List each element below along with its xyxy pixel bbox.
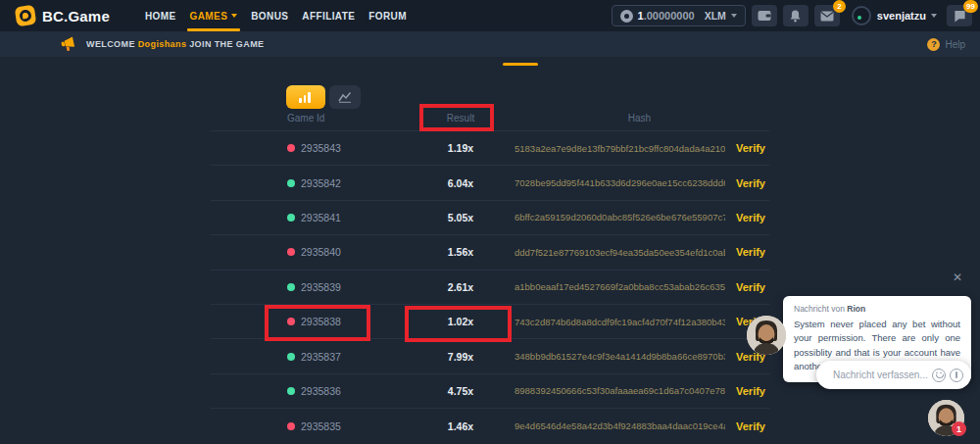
user-avatar <box>852 6 871 25</box>
username: svenjatzu <box>877 10 926 22</box>
column-header-game-id: Game Id <box>211 113 412 123</box>
balance-fraction: .00000000 <box>644 10 695 22</box>
active-tab-indicator <box>503 63 538 66</box>
table-row: 2935837 7.99x 348bb9db61527e4c9f3e4a1414… <box>211 339 769 373</box>
brand-logo-icon <box>15 5 37 27</box>
game-id: 2935843 <box>301 142 341 154</box>
table-row: 2935842 6.04x 7028be95dd95f441b633d6d296… <box>211 166 769 200</box>
coin-icon <box>620 10 633 23</box>
help-label: Help <box>945 39 965 50</box>
emoji-icon[interactable] <box>932 369 946 382</box>
result-value: 1.46x <box>412 420 510 432</box>
table-row: 2935840 1.56x ddd7f521e87769103ecf94ea35… <box>211 235 769 270</box>
user-menu[interactable]: svenjatzu <box>852 6 937 25</box>
wallet-button[interactable] <box>752 5 777 26</box>
status-dot <box>287 283 295 291</box>
result-value: 6.04x <box>412 177 510 189</box>
chat-badge: 99 <box>963 0 978 13</box>
messages-badge: 2 <box>833 0 846 13</box>
table-row: 2935839 2.61x a1bb0eaaf17ed4527669f2a0bb… <box>211 271 769 305</box>
announcement-text: WELCOME Dogishans JOIN THE GAME <box>86 39 264 49</box>
chat-button[interactable]: 99 <box>947 5 972 26</box>
annotation-box-result-header <box>419 104 494 131</box>
bar-chart-icon <box>299 92 313 103</box>
hash-value: 5183a2ea7e9d8e13fb79bbf21bc9ffc804dada4a… <box>514 143 725 154</box>
chevron-down-icon <box>931 14 937 18</box>
balance-currency: XLM <box>705 10 726 22</box>
verify-link[interactable]: Verify <box>736 142 769 154</box>
verify-link[interactable]: Verify <box>736 246 769 258</box>
game-id: 2935837 <box>301 351 341 363</box>
messages-button[interactable]: 2 <box>814 5 840 26</box>
chat-meta: Nachricht von Rion <box>794 304 960 314</box>
nav-forum[interactable]: FORUM <box>362 0 414 31</box>
chat-unread-badge: 1 <box>952 421 966 436</box>
game-history-table: Game Id Result Hash 2935843 1.19x 5183a2… <box>211 106 769 444</box>
envelope-icon <box>820 11 834 22</box>
page: BC.Game HOME GAMES BONUS AFFILIATE FORUM… <box>0 0 980 444</box>
hash-value: 348bb9db61527e4c9f3e4a1414d9b8ba66ce8970… <box>514 351 725 362</box>
chat-sender-name: Rion <box>847 304 865 314</box>
announcement-username[interactable]: Dogishans <box>138 39 187 49</box>
annotation-box-game-id <box>265 305 370 341</box>
trend-chart-icon <box>338 91 352 103</box>
status-dot <box>287 353 295 361</box>
chat-close-icon[interactable]: ✕ <box>953 271 962 283</box>
brand-logo[interactable]: BC.Game <box>16 6 110 25</box>
hash-value: 743c2d874b6d8a8dcdf9fc19acf4d70f74f12a38… <box>514 317 725 327</box>
verify-link[interactable]: Verify <box>736 420 769 432</box>
game-id: 2935842 <box>301 177 341 189</box>
help-button[interactable]: ? Help <box>927 38 965 51</box>
table-row: 2935841 5.05x 6bffc2a59159d2060d0abc85f5… <box>211 201 769 235</box>
chevron-down-icon <box>731 14 737 18</box>
chat-input-bar <box>816 361 971 389</box>
status-dot <box>287 248 295 256</box>
status-dot <box>287 214 295 222</box>
result-value: 1.56x <box>412 246 510 258</box>
hash-value: 7028be95dd95f441b633d6d296e0ae15cc6238dd… <box>514 177 725 188</box>
verify-link[interactable]: Verify <box>736 212 769 223</box>
main-nav: HOME GAMES BONUS AFFILIATE FORUM <box>138 0 414 31</box>
announcement-bar: WELCOME Dogishans JOIN THE GAME ? Help <box>0 31 980 57</box>
chat-bubble-icon <box>954 10 966 23</box>
nav-bonus[interactable]: BONUS <box>244 0 295 31</box>
game-id: 2935841 <box>301 212 341 223</box>
verify-link[interactable]: Verify <box>736 281 769 293</box>
balance-selector[interactable]: 1.00000000 XLM <box>612 5 746 26</box>
table-row: 2935836 4.75x 8988392450666c53f30afaaaea… <box>211 374 769 409</box>
bell-icon <box>789 10 802 23</box>
game-id: 2935839 <box>301 281 341 293</box>
verify-link[interactable]: Verify <box>736 177 769 189</box>
question-icon: ? <box>927 38 940 51</box>
chevron-down-icon <box>231 14 237 18</box>
game-id: 2935840 <box>301 246 341 258</box>
notifications-button[interactable] <box>783 5 808 26</box>
nav-home[interactable]: HOME <box>138 0 183 31</box>
nav-games[interactable]: GAMES <box>183 0 245 31</box>
hash-value: 6bffc2a59159d2060d0abc85f526e6be676e5590… <box>514 212 725 222</box>
verify-link[interactable]: Verify <box>736 385 769 397</box>
header-right: 1.00000000 XLM 2 svenjatzu 99 <box>612 0 972 31</box>
top-navbar: BC.Game HOME GAMES BONUS AFFILIATE FORUM… <box>0 0 980 31</box>
result-value: 5.05x <box>412 212 510 223</box>
hash-value: 9e4d6546d4e58a42d3b4f924883baa4daac019ce… <box>514 420 725 431</box>
table-row: 2935843 1.19x 5183a2ea7e9d8e13fb79bbf21b… <box>211 131 769 166</box>
status-dot <box>287 422 295 430</box>
nav-affiliate[interactable]: AFFILIATE <box>295 0 362 31</box>
status-dot <box>287 387 295 395</box>
game-id: 2935835 <box>301 420 341 432</box>
hash-value: a1bb0eaaf17ed4527669f2a0bba8cc53abab26c6… <box>514 281 725 292</box>
attachment-icon[interactable] <box>950 369 963 382</box>
table-row: 2935835 1.46x 9e4d6546d4e58a42d3b4f92488… <box>211 409 769 443</box>
megaphone-icon <box>60 35 78 53</box>
result-value: 2.61x <box>412 281 510 293</box>
wallet-icon <box>758 10 771 22</box>
chat-message-input[interactable] <box>833 370 928 380</box>
result-value: 7.99x <box>412 351 510 363</box>
status-dot <box>287 179 295 187</box>
brand-name: BC.Game <box>42 8 110 25</box>
result-value: 4.75x <box>412 385 510 397</box>
hash-value: ddd7f521e87769103ecf94ea35da50ee354efd1c… <box>514 247 725 258</box>
column-header-hash: Hash <box>510 113 769 123</box>
status-dot <box>287 144 295 152</box>
